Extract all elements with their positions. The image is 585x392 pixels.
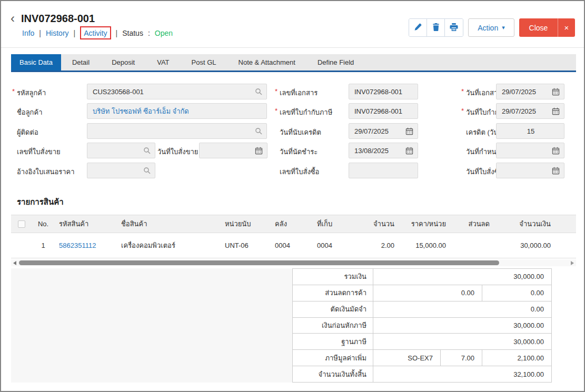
calendar-icon[interactable] [552, 88, 560, 96]
col-header-warehouse: คลัง [275, 218, 317, 229]
payment-due-date-input[interactable]: 13/08/2025 [349, 143, 418, 158]
row-warehouse: 0004 [275, 242, 317, 249]
history-link[interactable]: History [46, 29, 69, 37]
vat-code[interactable]: SO-EX7 [373, 350, 441, 366]
tax-invoice-date-input[interactable]: 29/07/2025 [496, 103, 564, 119]
summary-row-grand-total: จำนวนเงินทั้งสิ้น 32,100.00 [293, 366, 551, 383]
summary-label: ตัดเงินมัดจำ [293, 301, 373, 317]
info-link[interactable]: Info [22, 29, 34, 37]
calendar-icon[interactable] [405, 127, 413, 135]
calendar-icon[interactable] [552, 167, 560, 175]
tax-invoice-no-label: *เลขที่ใบกำกับภาษี [280, 107, 332, 118]
summary-row-vat: ภาษีมูลค่าเพิ่ม SO-EX7 7.00 2,100.00 [293, 350, 551, 366]
printer-icon [450, 23, 458, 33]
search-icon[interactable] [143, 167, 151, 174]
tax-invoice-no-input[interactable]: INV072968-001 [349, 103, 418, 119]
col-header-location: ที่เก็บ [317, 218, 364, 229]
summary-label: ฐานภาษี [293, 334, 373, 349]
summary-row-total: รวมเงิน 30,000.00 [293, 269, 551, 285]
contact-label: ผู้ติดต่อ [17, 127, 38, 138]
status-label: Status [122, 29, 143, 37]
col-header-unit: หน่วยนับ [225, 218, 275, 229]
icon-button-group [409, 18, 463, 37]
separator: | [116, 29, 118, 37]
summary-row-tax-base: ฐานภาษี 30,000.00 [293, 334, 551, 350]
tab-note-attachment[interactable]: Note & Attachment [227, 54, 306, 71]
search-icon[interactable] [143, 147, 151, 154]
horizontal-scrollbar[interactable] [11, 259, 576, 266]
doc-no-input[interactable]: INV072968-001 [349, 84, 418, 99]
summary-label: จำนวนเงินทั้งสิ้น [293, 366, 373, 382]
scroll-left-icon[interactable] [13, 261, 16, 265]
select-all-checkbox[interactable] [18, 220, 25, 228]
summary-table: รวมเงิน 30,000.00 ส่วนลดการค้า 0.00 0.00… [292, 268, 552, 383]
delivery-date-input[interactable] [496, 143, 564, 158]
calendar-icon[interactable] [255, 147, 263, 155]
row-unit: UNT-06 [225, 242, 275, 249]
credit-days-input[interactable]: 15 [496, 123, 564, 139]
print-button[interactable] [445, 19, 463, 36]
table-row[interactable]: 1 5862351112 เครื่องคอมพิวเตอร์ UNT-06 0… [11, 233, 576, 258]
separator: | [74, 29, 76, 37]
required-marker: * [12, 87, 15, 95]
product-code-link[interactable]: 5862351112 [59, 242, 96, 249]
sales-order-no-input[interactable] [87, 143, 155, 158]
scrollbar-thumb[interactable] [19, 260, 499, 265]
quotation-ref-label: อ้างอิงใบเสนอราคา [17, 166, 75, 177]
col-header-unit-price: ราคา/หน่วย [394, 218, 446, 229]
tab-vat[interactable]: VAT [146, 54, 180, 71]
doc-date-input[interactable]: 29/07/2025 [496, 84, 564, 99]
summary-value: 30,000.00 [373, 334, 551, 349]
header: ‹ INV072968-001 Info | History | Activit… [1, 1, 584, 48]
tab-post-gl[interactable]: Post GL [181, 54, 227, 71]
credit-count-date-label: วันที่นับเครดิต [280, 127, 321, 138]
calendar-icon[interactable] [552, 107, 560, 115]
required-marker: * [275, 87, 277, 95]
chevron-down-icon: ▾ [502, 24, 505, 31]
po-no-label: เลขที่ใบสั่งซื้อ [280, 166, 319, 177]
contact-input[interactable] [87, 123, 267, 139]
search-icon[interactable] [255, 127, 262, 135]
bottom-left-panel [11, 268, 292, 383]
sales-order-date-input[interactable] [199, 143, 267, 158]
col-header-product-code: รหัสสินค้า [54, 218, 121, 229]
customer-code-input[interactable]: CUS230568-001 [87, 84, 267, 99]
product-table: No. รหัสสินค้า ชื่อสินค้า หน่วยนับ คลัง … [11, 215, 576, 258]
pencil-icon [414, 23, 422, 33]
close-button[interactable]: Close × [519, 18, 575, 37]
po-no-input[interactable] [349, 163, 418, 178]
back-button[interactable]: ‹ [11, 12, 15, 25]
col-header-discount: ส่วนลด [446, 218, 490, 229]
row-no: 1 [32, 242, 54, 249]
trade-discount-input[interactable]: 0.00 [373, 285, 482, 301]
tab-basic-data[interactable]: Basic Data [11, 54, 61, 71]
summary-row-before-tax: เงินก่อนหักภาษี 30,000.00 [293, 318, 551, 334]
po-date-input[interactable] [496, 163, 564, 178]
activity-highlight-box: Activity [80, 26, 111, 39]
quotation-ref-input[interactable] [87, 163, 155, 178]
col-header-amount: จำนวนเงิน [490, 218, 576, 229]
delete-button[interactable] [427, 19, 445, 36]
tab-define-field[interactable]: Define Field [306, 54, 365, 71]
summary-row-deposit-deduction: ตัดเงินมัดจำ 0.00 [293, 301, 551, 318]
row-product-name: เครื่องคอมพิวเตอร์ [121, 240, 225, 251]
col-header-qty: จำนวน [364, 218, 394, 229]
vat-rate: 7.00 [441, 350, 482, 366]
search-icon[interactable] [255, 88, 262, 95]
action-label: Action [478, 24, 498, 32]
scroll-right-icon[interactable] [571, 261, 574, 265]
action-dropdown-button[interactable]: Action ▾ [468, 18, 514, 37]
tab-detail[interactable]: Detail [61, 54, 101, 71]
credit-days-label: เครดิต (วัน) [466, 127, 500, 138]
summary-row-trade-discount: ส่วนลดการค้า 0.00 0.00 [293, 285, 551, 301]
row-location: 0004 [317, 242, 364, 249]
calendar-icon[interactable] [552, 147, 560, 155]
calendar-icon[interactable] [405, 147, 413, 155]
summary-label: รวมเงิน [293, 269, 373, 285]
edit-button[interactable] [409, 19, 427, 36]
credit-count-date-input[interactable]: 29/07/2025 [349, 123, 418, 139]
customer-name-input[interactable]: บริษัท โปรซอฟท์ ซีอาร์เอ็ม จำกัด [87, 103, 267, 119]
tab-deposit[interactable]: Deposit [101, 54, 146, 71]
activity-link[interactable]: Activity [84, 29, 107, 37]
close-x-icon[interactable]: × [558, 18, 575, 37]
